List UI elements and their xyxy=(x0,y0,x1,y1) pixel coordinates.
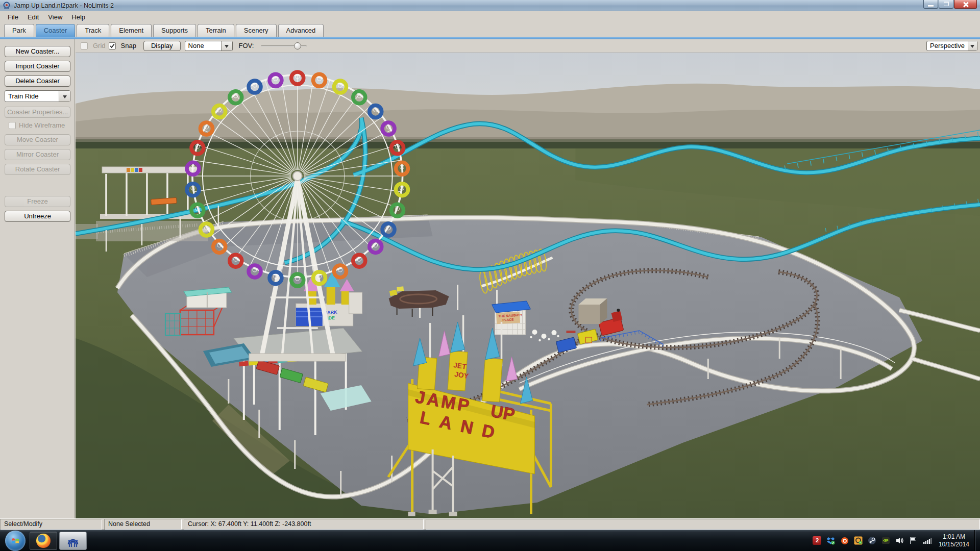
menu-edit[interactable]: Edit xyxy=(23,12,43,22)
checkbox-icon xyxy=(9,122,16,129)
fov-slider-thumb[interactable] xyxy=(294,42,301,49)
system-tray: 2 xyxy=(813,530,980,551)
restore-icon xyxy=(944,2,948,6)
notification-badge-icon[interactable]: 2 xyxy=(813,536,822,545)
import-coaster-button[interactable]: Import Coaster xyxy=(5,61,70,72)
concrete-block xyxy=(578,298,607,324)
clock-date: 10/15/2014 xyxy=(939,541,969,548)
projection-select[interactable]: Perspective xyxy=(926,41,977,51)
snap-checkbox[interactable] xyxy=(109,42,116,49)
close-button[interactable] xyxy=(954,0,977,9)
show-desktop-button[interactable] xyxy=(974,530,980,551)
fov-slider[interactable] xyxy=(261,42,307,49)
taskbar: 2 xyxy=(0,530,980,551)
hide-wireframe-label: Hide Wireframe xyxy=(19,121,65,129)
tab-park[interactable]: Park xyxy=(4,24,34,37)
projection-value: Perspective xyxy=(927,42,968,49)
freeze-button[interactable]: Freeze xyxy=(5,196,70,207)
3d-viewport[interactable]: DARK RIDE THE NAUGHTY PLACE xyxy=(76,53,980,518)
restore-button[interactable] xyxy=(939,0,953,9)
minimize-icon xyxy=(928,5,934,7)
mode-tab-bar: Park Coaster Track Element Supports Terr… xyxy=(0,22,980,37)
check-icon xyxy=(109,43,115,49)
menu-file[interactable]: File xyxy=(3,12,23,22)
new-coaster-button[interactable]: New Coaster... xyxy=(5,46,70,57)
app-icon xyxy=(3,2,11,10)
coaster-select[interactable]: Train Ride xyxy=(5,90,70,102)
hide-wireframe-checkbox[interactable]: Hide Wireframe xyxy=(9,121,70,129)
network-flag-icon[interactable] xyxy=(909,536,918,545)
tab-advanced[interactable]: Advanced xyxy=(278,24,324,37)
nvidia-settings-icon[interactable] xyxy=(881,536,891,545)
display-mode-value: None xyxy=(185,42,221,49)
close-icon xyxy=(963,2,968,7)
display-mode-select[interactable]: None xyxy=(185,41,233,51)
grid-label: Grid xyxy=(93,42,106,49)
taskbar-clock[interactable]: 1:01 AM 10/15/2014 xyxy=(939,533,969,548)
chevron-down-icon[interactable] xyxy=(221,41,232,51)
status-selection: None Selected xyxy=(104,519,182,530)
signal-bars-icon[interactable] xyxy=(923,536,932,545)
tab-scenery[interactable]: Scenery xyxy=(236,24,277,37)
volume-icon[interactable] xyxy=(895,536,904,545)
taskbar-nolimits[interactable] xyxy=(59,532,87,550)
grid-checkbox[interactable] xyxy=(81,42,88,49)
menu-view[interactable]: View xyxy=(43,12,67,22)
tab-supports[interactable]: Supports xyxy=(153,24,196,37)
taskbar-firefox[interactable] xyxy=(30,532,57,550)
display-button[interactable]: Display xyxy=(143,41,181,51)
bench xyxy=(566,331,575,333)
minimize-button[interactable] xyxy=(923,0,938,9)
viewport-toolbar: Grid Snap Display None FOV: Perspective xyxy=(76,39,980,53)
kiosk-sign-line2: PLACE xyxy=(502,317,514,321)
coaster-properties-button[interactable]: Coaster Properties... xyxy=(5,107,70,118)
windows-logo-icon xyxy=(11,536,20,545)
chevron-down-icon[interactable] xyxy=(968,41,977,51)
start-button[interactable] xyxy=(5,531,26,551)
status-bar: Select/Modify None Selected Cursor: X: 6… xyxy=(0,518,980,530)
origin-icon[interactable] xyxy=(840,536,849,545)
window-title: Jamp Up Land.nl2park - NoLimits 2 xyxy=(14,2,114,9)
rotate-coaster-button[interactable]: Rotate Coaster xyxy=(5,164,70,175)
toy-cube xyxy=(585,337,592,343)
menu-help[interactable]: Help xyxy=(67,12,90,22)
status-cursor: Cursor: X: 67.400ft Y: 11.400ft Z: -243.… xyxy=(184,519,424,530)
tab-coaster[interactable]: Coaster xyxy=(36,24,76,37)
chevron-down-icon[interactable] xyxy=(59,91,70,102)
menu-bar: File Edit View Help xyxy=(0,11,980,22)
nolimits2-window: Jamp Up Land.nl2park - NoLimits 2 File E… xyxy=(0,0,980,551)
coaster-select-value: Train Ride xyxy=(5,92,59,100)
coaster-sidebar: New Coaster... Import Coaster Delete Coa… xyxy=(0,39,75,518)
fov-label: FOV: xyxy=(239,42,254,49)
badge-count: 2 xyxy=(813,536,821,545)
mirror-coaster-button[interactable]: Mirror Coaster xyxy=(5,149,70,160)
snap-label: Snap xyxy=(121,42,136,49)
status-mode: Select/Modify xyxy=(0,519,102,530)
updater-app-icon[interactable] xyxy=(854,536,863,545)
dropbox-icon[interactable] xyxy=(826,536,836,545)
steam-icon[interactable] xyxy=(868,536,877,545)
park-scene: DARK RIDE THE NAUGHTY PLACE xyxy=(76,53,980,518)
move-coaster-button[interactable]: Move Coaster xyxy=(5,134,70,145)
clock-time: 1:01 AM xyxy=(939,533,969,541)
tab-track[interactable]: Track xyxy=(77,24,109,37)
delete-coaster-button[interactable]: Delete Coaster xyxy=(5,76,70,87)
unfreeze-button[interactable]: Unfreeze xyxy=(5,211,70,222)
nolimits-icon xyxy=(65,533,81,548)
sign-word-up: UP xyxy=(489,401,517,424)
status-spacer xyxy=(426,519,980,530)
tab-element[interactable]: Element xyxy=(111,24,152,37)
title-bar: Jamp Up Land.nl2park - NoLimits 2 xyxy=(0,0,980,11)
tab-terrain[interactable]: Terrain xyxy=(198,24,234,37)
firefox-icon xyxy=(36,534,51,548)
